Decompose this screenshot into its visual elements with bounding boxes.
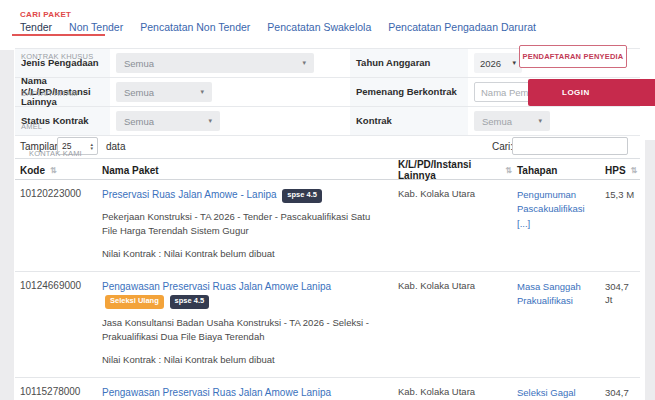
chevron-down-icon: ▾ bbox=[538, 117, 542, 125]
paket-instansi: Kab. Kolaka Utara bbox=[393, 378, 512, 400]
tahun-anggaran-select[interactable]: 2026 ▾ bbox=[474, 53, 522, 73]
nilai-kontrak: Nilai Kontrak : Nilai Kontrak belum dibu… bbox=[102, 248, 388, 269]
pendaftaran-penyedia-button[interactable]: PENDAFTARAN PENYEDIA bbox=[519, 45, 627, 68]
login-button[interactable]: LOGIN bbox=[528, 79, 655, 106]
paket-hps: 15,3 M bbox=[600, 180, 640, 271]
search-tabs: Tender Non Tender Pencatatan Non Tender … bbox=[20, 21, 536, 33]
table-row: 10115278000 Pengawasan Preservasi Ruas J… bbox=[15, 378, 640, 400]
ghost-menu-kontrak-khusus: KONTRAK KHUSUS bbox=[21, 52, 93, 61]
paket-title: Preservasi Ruas Jalan Amowe - Lanipa sps… bbox=[102, 188, 388, 203]
status-badge: Seleksi Ulang bbox=[105, 295, 164, 309]
right-gutter-scroll-track[interactable] bbox=[645, 140, 655, 400]
paket-title: Pengawasan Preservasi Ruas Jalan Amowe L… bbox=[102, 386, 388, 400]
chevron-down-icon: ▾ bbox=[512, 59, 516, 67]
tahapan-link[interactable]: Pengumuman Pascakualifikasi [...] bbox=[517, 189, 585, 229]
paket-title-link[interactable]: Pengawasan Preservasi Ruas Jalan Amowe L… bbox=[102, 387, 331, 398]
paket-kode: 10120223000 bbox=[15, 180, 97, 271]
left-gutter bbox=[0, 50, 14, 400]
spinner-arrows-icon: ▴▾ bbox=[90, 142, 93, 150]
table-row: 10120223000 Preservasi Ruas Jalan Amowe … bbox=[15, 180, 640, 272]
paket-tahapan: Masa Sanggah Prakualifikasi bbox=[512, 272, 600, 377]
paket-hps: 304,7 Jt bbox=[600, 378, 640, 400]
jenis-pengadaan-select[interactable]: Semua ▾ bbox=[116, 53, 314, 73]
cari-label: Cari: bbox=[492, 141, 513, 152]
kontrak-label: Kontrak bbox=[350, 107, 468, 136]
sort-icon[interactable]: ⇅ bbox=[50, 166, 57, 175]
nama-instansi-select[interactable]: Semua ▾ bbox=[116, 82, 212, 102]
spse-version-badge: spse 4.5 bbox=[170, 295, 210, 309]
paket-tahapan: Seleksi Gagal bbox=[512, 378, 600, 400]
col-hps: HPS ⇅ bbox=[600, 165, 640, 176]
paket-kode: 10124669000 bbox=[15, 272, 97, 377]
paket-kode: 10115278000 bbox=[15, 378, 97, 400]
spse-version-badge: spse 4.5 bbox=[282, 189, 322, 203]
paket-title-link[interactable]: Pengawasan Preservasi Ruas Jalan Amowe L… bbox=[102, 281, 331, 292]
tab-non-tender[interactable]: Non Tender bbox=[69, 21, 123, 33]
active-tab-underline bbox=[12, 34, 105, 36]
lpse-cari-paket-page: CARI PAKET Tender Non Tender Pencatatan … bbox=[0, 0, 655, 400]
paket-instansi: Kab. Kolaka Utara bbox=[393, 180, 512, 271]
tahapan-link[interactable]: Masa Sanggah Prakualifikasi bbox=[517, 281, 581, 306]
paket-tahapan: Pengumuman Pascakualifikasi [...] bbox=[512, 180, 600, 271]
kontrak-select[interactable]: Semua ▾ bbox=[474, 111, 550, 131]
paket-description: Jasa Konsultansi Badan Usaha Konstruksi … bbox=[102, 316, 388, 345]
table-row: 10124669000 Pengawasan Preservasi Ruas J… bbox=[15, 272, 640, 378]
sort-icon[interactable]: ⇅ bbox=[631, 166, 638, 175]
paket-description: Pekerjaan Konstruksi - TA 2026 - Tender … bbox=[102, 210, 388, 239]
tab-tender[interactable]: Tender bbox=[20, 21, 52, 33]
status-kontrak-select[interactable]: Semua ▾ bbox=[116, 111, 220, 131]
paket-title: Pengawasan Preservasi Ruas Jalan Amowe L… bbox=[102, 280, 388, 309]
chevron-down-icon: ▾ bbox=[208, 117, 212, 125]
col-kode: Kode ⇅ bbox=[15, 165, 97, 176]
col-nama-paket: Nama Paket bbox=[97, 165, 393, 176]
tahapan-link[interactable]: Seleksi Gagal bbox=[517, 387, 576, 398]
paket-hps: 304,7 Jt bbox=[600, 272, 640, 377]
ghost-menu-kontak-kami: KONTAK KAMI bbox=[29, 149, 82, 158]
paket-table: Kode ⇅ Nama Paket K/L/PD/Instansi Lainny… bbox=[15, 158, 640, 400]
paket-title-link[interactable]: Preservasi Ruas Jalan Amowe - Lanipa bbox=[102, 189, 277, 200]
ghost-menu-amel: AMEL bbox=[21, 122, 42, 131]
col-tahapan: Tahapan bbox=[512, 165, 600, 176]
tahun-anggaran-label: Tahun Anggaran bbox=[350, 49, 468, 78]
paket-instansi: Kab. Kolaka Utara bbox=[393, 272, 512, 377]
chevron-down-icon: ▾ bbox=[302, 59, 306, 67]
tab-pencatatan-non-tender[interactable]: Pencatatan Non Tender bbox=[140, 21, 250, 33]
pemenang-berkontrak-label: Pemenang Berkontrak bbox=[350, 78, 468, 107]
ghost-menu-daftar-hitam: DAFTAR HITAM bbox=[21, 89, 78, 98]
table-header-row: Kode ⇅ Nama Paket K/L/PD/Instansi Lainny… bbox=[15, 158, 640, 180]
cari-search-input[interactable] bbox=[512, 137, 628, 155]
sort-icon[interactable]: ⇅ bbox=[505, 166, 512, 175]
data-label: data bbox=[106, 141, 125, 152]
nilai-kontrak: Nilai Kontrak : Nilai Kontrak belum dibu… bbox=[102, 354, 388, 375]
tab-pencatatan-swakelola[interactable]: Pencatatan Swakelola bbox=[267, 21, 371, 33]
cari-paket-heading: CARI PAKET bbox=[20, 10, 71, 19]
chevron-down-icon: ▾ bbox=[200, 88, 204, 96]
tab-pencatatan-pengadaan-darurat[interactable]: Pencatatan Pengadaan Darurat bbox=[388, 21, 536, 33]
col-instansi: K/L/PD/Instansi Lainnya ⇅ bbox=[393, 159, 512, 181]
